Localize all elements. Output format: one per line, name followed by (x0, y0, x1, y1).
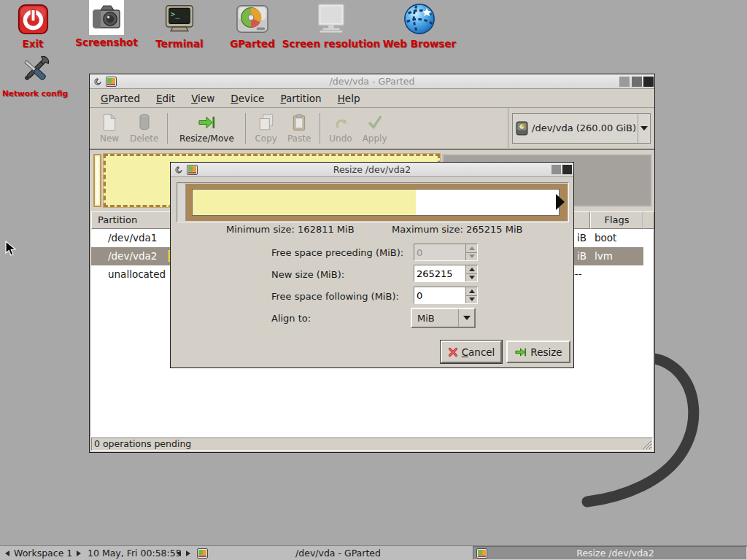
device-selector-area: /dev/vda (260.00 GiB) (508, 108, 654, 148)
maximize-button[interactable] (551, 165, 561, 174)
desktop-icon-exit[interactable]: Exit (9, 1, 57, 50)
left-grab-handle[interactable] (178, 184, 186, 221)
gparted-app-mini-icon (476, 548, 487, 559)
spin-up-icon[interactable] (466, 287, 477, 296)
column-header-flags[interactable]: Flags (590, 211, 643, 229)
paste-button[interactable]: Paste (282, 110, 316, 147)
spin-down-icon[interactable] (466, 274, 477, 282)
terminal-icon: >_ (149, 1, 210, 36)
desktop-icon-screen-resolution[interactable]: Screen resolution (280, 1, 382, 50)
taskbar-task-resize-dialog[interactable]: Resize /dev/vda2 (473, 546, 747, 560)
free-space-following-input[interactable] (414, 287, 465, 303)
visual-partition-vda1[interactable] (93, 154, 101, 207)
undo-icon (333, 114, 349, 131)
minimize-button[interactable] (619, 77, 630, 87)
free-space-following-label: Free space following (MiB): (271, 291, 399, 302)
maximize-button[interactable] (632, 77, 642, 87)
free-space-following-spinner (414, 287, 478, 304)
taskbar-task-gparted[interactable]: /dev/vda - GParted (194, 546, 471, 560)
menu-device[interactable]: Device (222, 90, 272, 106)
gparted-disk-icon (223, 1, 282, 36)
new-size-spinner (414, 265, 478, 282)
close-button[interactable] (643, 77, 654, 87)
desktop-icon-network-config[interactable]: Network config (1, 52, 69, 98)
pager-next-icon[interactable] (186, 551, 190, 556)
workspace-prev-icon[interactable] (5, 551, 9, 556)
resize-button[interactable]: Resize (506, 341, 570, 363)
desktop-icon-label: Network config (1, 89, 69, 98)
desktop-icon-label: Terminal (149, 38, 210, 50)
workspace-next-icon[interactable] (77, 551, 81, 556)
device-selector-value: /dev/vda (260.00 GiB) (528, 122, 638, 133)
task-title: /dev/vda - GParted (208, 548, 468, 559)
flags-value: boot (595, 229, 616, 247)
align-to-combobox[interactable]: MiB (411, 308, 476, 328)
exit-icon (9, 1, 57, 36)
new-size-label: New size (MiB): (271, 269, 344, 280)
free-space-preceding-spinner (414, 244, 478, 261)
operations-pending-text: 0 operations pending (94, 438, 191, 449)
pager-arrows (177, 546, 190, 560)
spin-up-icon[interactable] (466, 265, 477, 274)
desktop-icon-terminal[interactable]: >_ Terminal (149, 1, 210, 50)
desktop: Exit Screenshot >_ Terminal (0, 0, 747, 560)
main-window-title: /dev/vda - GParted (90, 76, 654, 87)
copy-icon (258, 114, 274, 131)
delete-button[interactable]: Delete (125, 110, 163, 147)
undo-button[interactable]: Undo (324, 110, 357, 147)
close-button[interactable] (562, 165, 572, 174)
partition-bar (192, 189, 560, 216)
combo-dropdown[interactable] (458, 309, 474, 327)
menu-partition[interactable]: Partition (272, 90, 329, 106)
column-header-stub (643, 211, 654, 229)
cancel-x-icon (448, 347, 458, 357)
chevron-down-icon (463, 316, 471, 320)
desktop-icon-screenshot[interactable]: Screenshot (74, 0, 139, 48)
device-selector[interactable]: /dev/vda (260.00 GiB) (512, 113, 651, 144)
new-button[interactable]: New (94, 110, 125, 147)
apply-button[interactable]: Apply (357, 110, 392, 147)
dialog-titlebar[interactable]: Resize /dev/vda2 (171, 163, 573, 177)
desktop-icon-gparted[interactable]: GParted (223, 1, 282, 50)
menu-view[interactable]: View (183, 90, 222, 106)
desktop-icon-label: GParted (223, 38, 282, 50)
spin-down-icon (466, 253, 477, 261)
align-to-value: MiB (412, 313, 458, 324)
menubar: GParted Edit View Device Partition Help (90, 89, 654, 108)
resize-move-button[interactable]: Resize/Move (171, 110, 241, 147)
size-fragment: iB (577, 229, 587, 247)
desktop-icon-label: Screenshot (74, 36, 139, 48)
menu-help[interactable]: Help (330, 90, 368, 106)
gparted-app-mini-icon (197, 548, 208, 559)
new-partition-icon (101, 114, 117, 131)
free-space-preceding-label: Free space preceding (MiB): (271, 247, 403, 258)
resize-move-icon (198, 114, 215, 131)
disk-icon (516, 121, 528, 136)
copy-button[interactable]: Copy (249, 110, 282, 147)
device-selector-dropdown[interactable] (638, 114, 650, 143)
right-grab-arrow-icon[interactable] (556, 194, 565, 210)
spin-down-icon[interactable] (466, 296, 477, 304)
toolbar-separator (320, 113, 320, 144)
clock: 10 May, Fri 00:58:55 (88, 546, 182, 560)
cancel-button[interactable]: Cancel (441, 341, 502, 363)
new-size-input[interactable] (414, 265, 465, 281)
free-space-preceding-input (414, 244, 465, 260)
main-window-titlebar[interactable]: /dev/vda - GParted (90, 74, 654, 89)
resize-arrow-icon (514, 346, 527, 358)
delete-partition-icon (137, 114, 152, 131)
desktop-icon-web-browser[interactable]: Web Browser (379, 1, 460, 50)
taskbar: Workspace 1 10 May, Fri 00:58:55 /dev/vd… (0, 545, 747, 560)
desktop-icon-label: Exit (9, 38, 57, 50)
size-fragment: iB (577, 247, 587, 265)
resize-dialog: Resize /dev/vda2 Minimum size: 162811 Mi… (170, 162, 574, 368)
workspace-label: Workspace 1 (14, 548, 72, 559)
workspace-switcher: Workspace 1 (5, 546, 81, 560)
toolbar-separator (245, 113, 246, 144)
menu-gparted[interactable]: GParted (93, 90, 148, 106)
resize-grip[interactable] (641, 439, 652, 450)
menu-edit[interactable]: Edit (148, 90, 183, 106)
resize-slider-widget (177, 182, 569, 222)
pager-prev-icon[interactable] (177, 551, 181, 556)
dialog-title: Resize /dev/vda2 (171, 164, 573, 175)
